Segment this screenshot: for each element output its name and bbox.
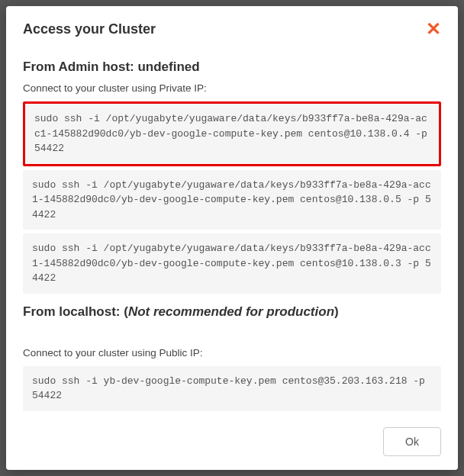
ssh-command-private-2[interactable]: sudo ssh -i /opt/yugabyte/yugaware/data/… — [23, 170, 441, 230]
ok-button[interactable]: Ok — [383, 427, 441, 456]
section-admin-subtitle: Connect to your cluster using Private IP… — [23, 82, 441, 94]
section-localhost-em: Not recommended for production — [128, 304, 334, 319]
modal-body: From Admin host: undefined Connect to yo… — [6, 49, 458, 413]
ssh-command-public-1[interactable]: sudo ssh -i yb-dev-google-compute-key.pe… — [23, 366, 441, 411]
ssh-command-private-3[interactable]: sudo ssh -i /opt/yugabyte/yugaware/data/… — [23, 233, 441, 294]
section-localhost-suffix: ) — [334, 304, 339, 319]
ssh-command-private-1[interactable]: sudo ssh -i /opt/yugabyte/yugaware/data/… — [23, 101, 441, 166]
modal-title: Access your Cluster — [23, 21, 156, 37]
section-localhost-subtitle: Connect to your cluster using Public IP: — [23, 347, 441, 359]
section-admin-title: From Admin host: undefined — [23, 60, 441, 75]
section-localhost-title: From localhost: (Not recommended for pro… — [23, 304, 441, 320]
section-localhost-prefix: From localhost: ( — [23, 304, 128, 319]
modal-footer: Ok — [6, 413, 458, 470]
close-icon[interactable]: ✕ — [426, 20, 441, 38]
access-cluster-modal: Access your Cluster ✕ From Admin host: u… — [6, 6, 458, 470]
modal-header: Access your Cluster ✕ — [6, 6, 458, 49]
